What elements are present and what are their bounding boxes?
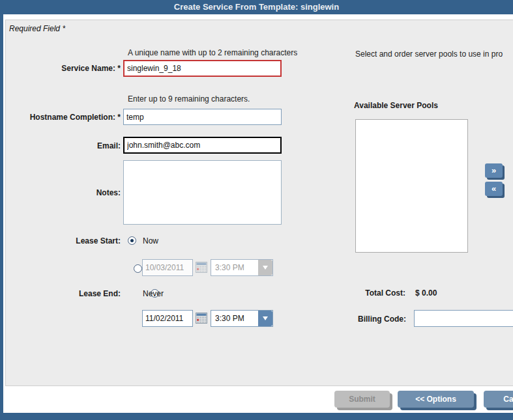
available-server-pools-listbox[interactable] xyxy=(355,119,468,253)
email-input[interactable] xyxy=(123,137,282,154)
service-name-hint: A unique name with up to 2 remaining cha… xyxy=(128,48,297,57)
lease-start-label: Lease Start: xyxy=(7,236,121,245)
hostname-completion-label: Hostname Completion: * xyxy=(7,113,121,122)
move-left-button[interactable]: « xyxy=(485,182,503,196)
lease-end-never-radio-label: Never xyxy=(143,289,164,298)
service-name-label: Service Name: * xyxy=(7,64,121,73)
calendar-icon[interactable] xyxy=(196,313,207,326)
options-button[interactable]: << Options xyxy=(398,391,474,408)
create-service-dialog: Create Service From Template: singlewin … xyxy=(0,0,513,420)
server-pools-instructions: Select and order server pools to use in … xyxy=(355,49,513,59)
email-label: Email: xyxy=(7,141,121,150)
total-cost-label: Total Cost: xyxy=(313,288,405,298)
submit-button[interactable]: Submit xyxy=(334,391,390,408)
calendar-icon[interactable] xyxy=(196,262,207,275)
lease-start-date-input[interactable] xyxy=(142,259,193,276)
hostname-completion-input[interactable] xyxy=(123,109,282,125)
lease-start-time-value: 3:30 PM xyxy=(211,260,258,275)
lease-end-label: Lease End: xyxy=(7,289,121,298)
lease-end-time-value: 3:30 PM xyxy=(211,311,258,326)
dropdown-arrow-icon[interactable] xyxy=(258,311,272,326)
available-server-pools-label: Available Server Pools xyxy=(354,101,467,110)
billing-code-input[interactable] xyxy=(414,310,513,327)
required-field-note: Required Field * xyxy=(9,24,65,33)
service-name-input[interactable] xyxy=(123,60,282,77)
lease-start-time-combo[interactable]: 3:30 PM xyxy=(211,259,273,276)
lease-start-now-radio-label: Now xyxy=(143,236,158,245)
move-right-button[interactable]: » xyxy=(485,163,503,178)
cancel-button[interactable]: Cancel xyxy=(484,391,513,408)
notes-textarea[interactable] xyxy=(123,160,282,225)
dialog-title: Create Service From Template: singlewin xyxy=(0,0,513,14)
billing-code-label: Billing Code: xyxy=(313,315,406,324)
total-cost-value: $ 0.00 xyxy=(415,288,437,298)
dialog-bottom-border xyxy=(0,413,513,420)
lease-end-date-input[interactable] xyxy=(142,310,193,327)
hostname-hint: Enter up to 9 remaining characters. xyxy=(128,94,250,104)
dropdown-arrow-icon[interactable] xyxy=(258,260,272,275)
lease-end-time-combo[interactable]: 3:30 PM xyxy=(211,310,273,327)
notes-label: Notes: xyxy=(7,188,121,197)
lease-start-now-radio[interactable] xyxy=(128,236,136,245)
dialog-left-border xyxy=(0,14,3,420)
